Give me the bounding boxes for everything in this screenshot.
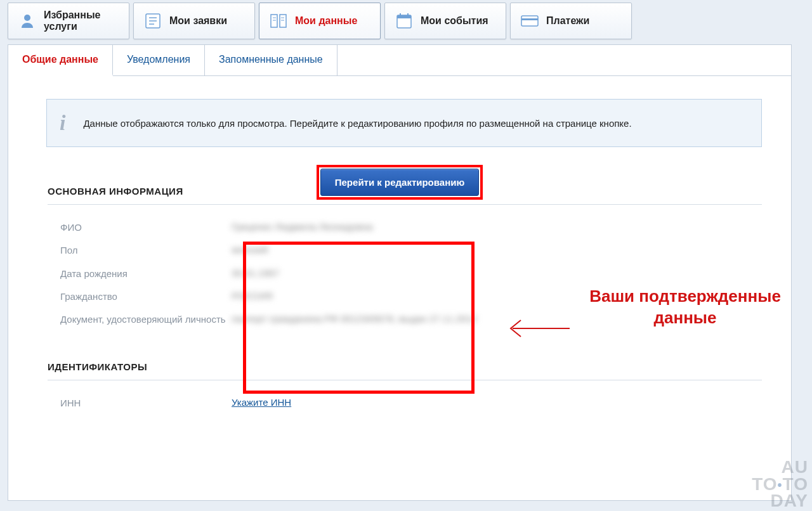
field-label: Дата рождения: [60, 268, 232, 280]
nav-events[interactable]: Мои события: [384, 3, 506, 39]
field-value: 30.01.1967: [232, 268, 279, 280]
card-icon: [520, 11, 540, 31]
svg-rect-13: [521, 16, 538, 26]
nav-label: Мои события: [421, 15, 488, 27]
section-identifiers: ИДЕНТИФИКАТОРЫ: [48, 361, 791, 372]
annotation-text: Ваши подтвержденные данные: [579, 286, 791, 329]
content-panel: Общие данные Уведомления Запомненные дан…: [8, 44, 792, 501]
nav-label: Избранные услуги: [44, 10, 116, 33]
field-value: паспорт гражданина РФ 0012345678, выдан …: [232, 313, 477, 326]
edit-button[interactable]: Перейти к редактированию: [320, 169, 480, 196]
svg-rect-11: [400, 13, 401, 16]
nav-label: Мои заявки: [169, 15, 227, 27]
info-icon: i: [60, 111, 65, 135]
field-gender: Пол женский: [60, 239, 791, 262]
edit-button-area: Перейти к редактированию: [8, 165, 791, 200]
field-fio: ФИО Гриценко Людмила Леонидовна: [60, 216, 791, 239]
svg-rect-12: [407, 13, 409, 16]
book-icon: [268, 11, 289, 31]
field-label: ФИО: [60, 221, 232, 234]
tab-notifications[interactable]: Уведомления: [113, 45, 205, 75]
field-inn: ИНН Укажите ИНН: [60, 392, 791, 415]
svg-point-0: [24, 15, 30, 21]
nav-favorites[interactable]: Избранные услуги: [8, 3, 129, 39]
user-icon: [17, 11, 37, 31]
field-label: Пол: [60, 244, 232, 257]
nav-mydata[interactable]: Мои данные: [259, 3, 381, 39]
field-value: Гриценко Людмила Леонидовна: [232, 221, 373, 234]
watermark: AU TO•TO DAY: [752, 459, 808, 510]
info-banner: i Данные отображаются только для просмот…: [46, 99, 762, 147]
field-value: РОССИЯ: [232, 290, 273, 303]
field-dob: Дата рождения 30.01.1967: [60, 262, 791, 285]
divider: [48, 380, 762, 380]
form-icon: [143, 11, 163, 31]
nav-requests[interactable]: Мои заявки: [133, 3, 255, 39]
nav-label: Платежи: [546, 15, 589, 27]
inn-link[interactable]: Укажите ИНН: [232, 397, 291, 410]
calendar-icon: [394, 11, 414, 31]
annotation: Ваши подтвержденные данные: [579, 286, 791, 329]
svg-rect-10: [397, 15, 411, 18]
field-label: Документ, удостоверяющий личность: [60, 313, 232, 326]
sub-tabs: Общие данные Уведомления Запомненные дан…: [8, 45, 791, 76]
tab-saved[interactable]: Запомненные данные: [205, 45, 337, 75]
svg-rect-14: [521, 18, 538, 20]
field-label: ИНН: [60, 397, 232, 410]
top-nav: Избранные услуги Мои заявки Мои данные М…: [0, 0, 812, 39]
nav-label: Мои данные: [295, 15, 357, 27]
identifier-fields: ИНН Укажите ИНН: [60, 392, 791, 415]
field-label: Гражданство: [60, 290, 232, 303]
tab-general[interactable]: Общие данные: [8, 45, 113, 76]
nav-payments[interactable]: Платежи: [510, 3, 632, 39]
info-text: Данные отображаются только для просмотра…: [83, 118, 631, 129]
arrow-icon: [503, 313, 573, 344]
field-value: женский: [232, 244, 268, 257]
divider: [48, 204, 762, 205]
highlight-box: Перейти к редактированию: [317, 165, 483, 200]
